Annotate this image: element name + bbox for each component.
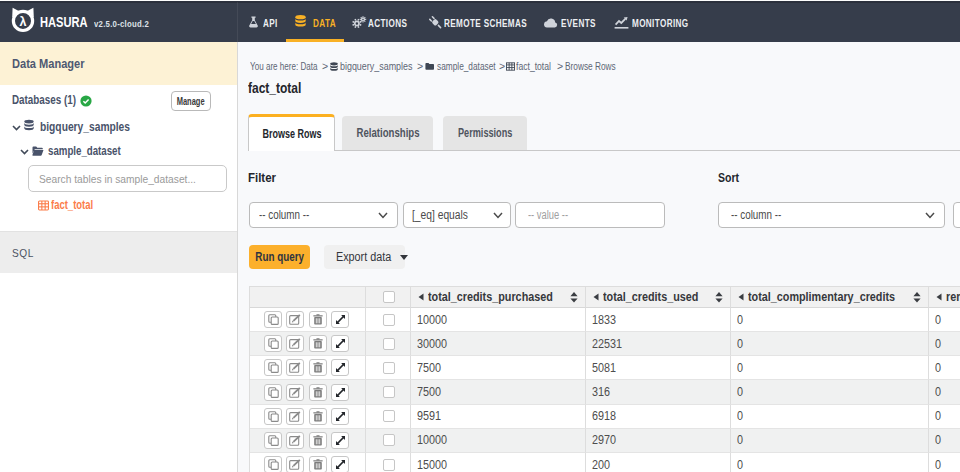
- svg-text:λ: λ: [20, 15, 27, 29]
